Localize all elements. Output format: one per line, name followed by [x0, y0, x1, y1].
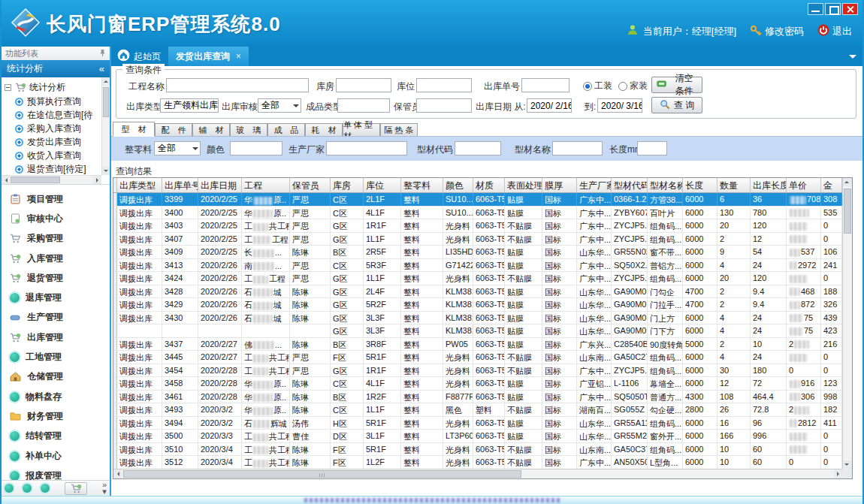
sidebar-item-dot[interactable]: 物料盘存 [2, 387, 110, 406]
table-row[interactable]: 调拨出库35002020/3/3工共工程曹佳D区3L1F整料LT3P606063… [113, 430, 842, 443]
tree-item[interactable]: 收货入库查询 [2, 149, 101, 162]
sidebar-item-cart-green[interactable]: 退货管理 [2, 268, 110, 288]
column-header[interactable]: 出库长度 [751, 178, 787, 192]
scroll-down-icon[interactable] [843, 460, 852, 469]
tree-hscrollbar[interactable] [2, 175, 101, 184]
scroll-right-icon[interactable] [834, 469, 842, 478]
column-header[interactable]: 长度 [683, 178, 717, 192]
sidebar-item-clipboard[interactable]: 项目管理 [2, 189, 110, 209]
material-tab[interactable]: 耗 材 [305, 123, 343, 137]
table-row[interactable]: 调拨出库34942020/3/2石辉城汤伟H区5R1F整料光身料6063-T5贴… [113, 417, 842, 430]
material-tab[interactable]: 辅 材 [192, 123, 230, 137]
audit-select[interactable]: 全部 [258, 98, 301, 113]
sidebar-item-cart-green[interactable]: 入库管理 [2, 249, 110, 268]
column-header[interactable]: 库位 [364, 178, 401, 192]
column-header[interactable]: 生产厂家 [577, 178, 612, 192]
order-no-input[interactable] [521, 78, 569, 92]
tree-item[interactable]: 退货查询[待定] [2, 162, 101, 175]
material-tab[interactable]: 单 体 型 材 [343, 123, 380, 137]
column-header[interactable]: 表面处理 [505, 178, 542, 192]
search-button[interactable]: 查 询 [651, 97, 702, 113]
table-row[interactable]: 调拨出库34072020/2/25工工程严思G区1L1F整料光身料6063-T5… [113, 233, 842, 246]
color-input[interactable] [230, 141, 282, 155]
out-type-select[interactable]: 生产领料出库 [160, 98, 219, 113]
scroll-down-icon[interactable] [102, 167, 110, 175]
column-header[interactable]: 库房 [331, 178, 364, 192]
tab-close-icon[interactable]: × [236, 51, 241, 62]
scroll-left-icon[interactable] [113, 469, 122, 478]
sidebar-item-dot[interactable]: 退库管理 [2, 288, 110, 307]
table-row[interactable]: 调拨出库34032020/2/25工共工程严思G区1R1F整料光身料6063-T… [113, 219, 842, 233]
column-header[interactable]: 型材名称 [648, 178, 683, 192]
tree-item[interactable]: 预算执行查询 [2, 95, 101, 108]
material-tab[interactable]: 配 件 [155, 123, 192, 137]
warehouse-input[interactable] [336, 78, 391, 92]
tree-root-statistics[interactable]: 统计分析 [2, 80, 101, 95]
table-row[interactable]: 调拨出库34582020/2/28华原..陈琳C区4L1F整料光身料6063-T… [113, 377, 842, 391]
table-row[interactable]: 调拨出库34282020/2/26石城陈琳G区2L4F整料KLM38176063… [113, 285, 842, 299]
table-row[interactable]: 调拨出库35122020/3/4工共工程陈琳F区1L2F整料光身料6063-T5… [113, 456, 842, 469]
table-row[interactable]: 调拨出库34242020/2/26工工程严思G区1L1F整料光身料6063-T5… [113, 272, 842, 285]
sidebar-item-cart[interactable]: 采购管理 [2, 229, 110, 249]
column-header[interactable]: 材质 [473, 178, 505, 192]
material-tab[interactable]: 成 品 [267, 123, 305, 137]
table-row[interactable]: 调拨出库34002020/2/25华原..严思C区4L1F整料SU10...60… [113, 207, 842, 220]
tab-list-chevron-icon[interactable] [849, 55, 856, 62]
tree-expander-icon[interactable] [5, 84, 11, 91]
scroll-up-icon[interactable] [102, 77, 110, 86]
material-tab[interactable]: 玻 璃 [230, 123, 267, 137]
sidebar-item-machine[interactable]: 生产管理 [2, 308, 110, 327]
table-row[interactable]: 调拨出库35102020/3/4工共工程陈琳F区5R1F整料光身料6063-T5… [113, 443, 842, 457]
footer-dot-icon[interactable] [23, 484, 32, 493]
radio-workwear[interactable]: 工装 [583, 80, 612, 92]
sidebar-item-folder[interactable]: 财务管理 [2, 406, 110, 426]
sidebar-item-dot[interactable]: 报废管理 [2, 466, 110, 480]
keeper-input[interactable] [416, 98, 472, 113]
project-name-input[interactable] [166, 78, 309, 92]
column-header[interactable]: 出库单号 [162, 178, 198, 192]
table-row[interactable]: 调拨出库34932020/3/2华原..陈琳C区1L1F整料黑色塑料不贴膜国标湖… [113, 403, 842, 417]
table-row[interactable]: 调拨出库34372020/2/27佛...陈琳B区3R8F整料PW056063-… [113, 338, 842, 352]
table-row[interactable]: 调拨出库34452020/2/27工共工程严思F区5R1F整料光身料6063-T… [113, 351, 842, 364]
location-input[interactable] [416, 78, 472, 92]
sidebar-item-dot[interactable]: 工地管理 [2, 347, 110, 367]
radio-homewear[interactable]: 家装 [618, 80, 648, 92]
close-icon[interactable] [842, 3, 858, 15]
column-header[interactable]: 出库日期 [198, 178, 242, 192]
sidebar-item-cart-green[interactable]: 出库管理 [2, 327, 110, 347]
scroll-thumb[interactable] [123, 470, 521, 478]
clear-conditions-button[interactable]: 清空条件 [651, 77, 702, 93]
column-header[interactable]: 工程 [242, 178, 290, 192]
table-hscrollbar[interactable] [113, 469, 842, 478]
logout-button[interactable]: 退出 [817, 24, 852, 38]
column-header[interactable]: 出库类型 [117, 178, 162, 192]
scroll-up-icon[interactable] [843, 178, 852, 186]
tree-item[interactable]: 在途信息查询[待 [2, 108, 101, 122]
sidebar-group-statistics[interactable]: 统计分析 « [2, 60, 110, 77]
change-password-button[interactable]: 修改密码 [750, 24, 804, 38]
table-row[interactable]: 调拨出库34612020/2/28华原..陈琳B区1R2F整料F8877FT60… [113, 391, 842, 404]
profile-code-input[interactable] [455, 141, 501, 155]
date-to-picker[interactable]: 2020/ 3/16 [597, 98, 642, 113]
footer-overflow-chevron-icon[interactable]: »▾ [102, 481, 107, 495]
material-tab[interactable]: 型 材 [113, 122, 155, 137]
tree-vscrollbar[interactable] [101, 77, 110, 175]
scroll-left-icon[interactable] [2, 176, 10, 184]
column-header[interactable]: 颜色 [443, 178, 473, 192]
tree-item[interactable]: 采购入库查询 [2, 122, 101, 135]
tree-item[interactable]: 发货出库查询 [2, 135, 101, 149]
manufacturer-input[interactable] [326, 141, 407, 155]
column-header[interactable]: 整零料 [401, 178, 443, 192]
whole-piece-select[interactable]: 全部 [154, 141, 201, 155]
table-row[interactable]: 调拨出库34132020/2/26南...严思C区5R3F整料G71422606… [113, 259, 842, 273]
length-input[interactable] [637, 141, 667, 155]
column-header[interactable]: 型材代码 [612, 178, 648, 192]
sidebar-item-dot[interactable]: 补单中心 [2, 446, 110, 466]
pin-icon[interactable] [99, 49, 106, 59]
sidebar-item-note[interactable]: 审核中心 [2, 209, 110, 228]
column-header[interactable]: 膜厚 [542, 178, 577, 192]
maximize-icon[interactable] [825, 3, 841, 15]
date-from-picker[interactable]: 2020/ 2/16 [527, 98, 572, 113]
scroll-thumb[interactable] [844, 189, 851, 234]
table-row[interactable]: 调拨出库34292020/2/26石城陈琳G区5R2F整料KLM38176063… [113, 298, 842, 312]
